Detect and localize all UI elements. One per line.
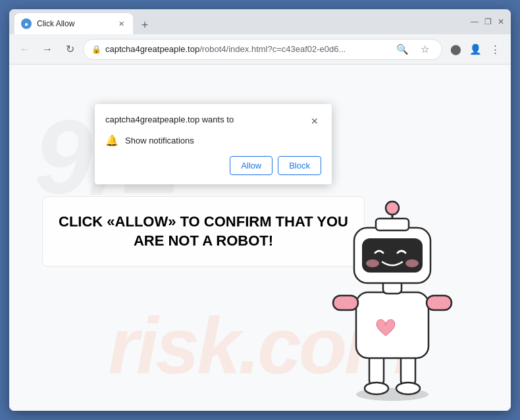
active-tab[interactable]: ● Click Allow ✕ [14,13,133,34]
main-heading-line2: ARE NOT A ROBOT! [56,232,351,251]
close-button[interactable]: ✕ [496,17,506,26]
popup-actions: Allow Block [105,156,321,175]
menu-icon[interactable]: ⋮ [486,40,504,59]
forward-button[interactable]: → [38,40,57,59]
profile-icon[interactable]: 👤 [466,40,484,59]
new-tab-button[interactable]: + [136,16,154,34]
maximize-button[interactable]: ❐ [483,17,492,26]
address-path: /robot4/index.html?c=c43eaf02-e0d6... [199,44,346,54]
window-controls: — ❐ ✕ [470,17,506,26]
toolbar-action-icons: ⬤ 👤 ⋮ [446,40,504,59]
svg-rect-7 [427,296,452,310]
browser-window: ● Click Allow ✕ + — ❐ ✕ ← → [9,9,511,411]
bookmark-icon[interactable]: ☆ [415,40,434,59]
search-icon[interactable]: 🔍 [393,40,411,59]
lock-icon: 🔒 [91,45,101,54]
tab-close-button[interactable]: ✕ [116,18,126,29]
minimize-button[interactable]: — [470,17,479,26]
popup-close-button[interactable]: ✕ [308,115,321,128]
svg-point-3 [365,382,388,394]
svg-point-11 [366,259,379,267]
back-button[interactable]: ← [16,40,34,59]
svg-rect-10 [362,238,423,273]
svg-point-12 [405,259,419,267]
block-button[interactable]: Block [278,156,321,175]
browser-toolbar: ← → ↻ 🔒 captcha4greatpeaple.top/robot4/i… [9,34,511,65]
robot-illustration [320,194,491,404]
reload-button[interactable]: ↻ [61,40,79,59]
svg-rect-6 [333,296,358,310]
tab-title: Click Allow [37,19,111,28]
page-content: 9/1 risk.com captcha4greatpeaple.top wan… [9,65,511,411]
title-bar: ● Click Allow ✕ + — ❐ ✕ [9,9,511,34]
extension-icon[interactable]: ⬤ [446,40,465,59]
popup-header: captcha4greatpeaple.top wants to ✕ [105,115,321,128]
tab-strip: ● Click Allow ✕ + [14,9,465,34]
address-bar[interactable]: 🔒 captcha4greatpeaple.top/robot4/index.h… [83,39,442,60]
notification-row: 🔔 Show notifications [105,134,321,147]
svg-rect-15 [376,219,409,230]
allow-button[interactable]: Allow [230,156,273,175]
svg-point-4 [396,382,420,394]
bell-icon: 🔔 [105,134,118,147]
notification-popup: captcha4greatpeaple.top wants to ✕ 🔔 Sho… [95,104,332,184]
address-text: captcha4greatpeaple.top/robot4/index.htm… [105,44,389,54]
popup-title: captcha4greatpeaple.top wants to [105,115,234,124]
notification-row-label: Show notifications [125,136,194,145]
main-heading-line1: CLICK «ALLOW» TO CONFIRM THAT YOU [56,213,351,232]
tab-favicon: ● [21,18,32,29]
svg-point-14 [386,201,399,215]
address-domain: captcha4greatpeaple.top [105,44,199,54]
captcha-text-box: CLICK «ALLOW» TO CONFIRM THAT YOU ARE NO… [42,196,365,267]
